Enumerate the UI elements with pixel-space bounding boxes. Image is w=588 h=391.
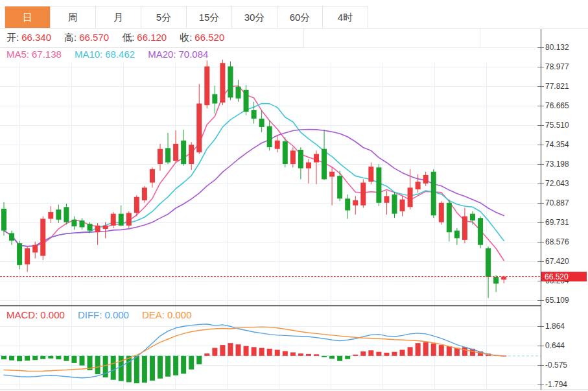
candle-body: [290, 150, 296, 164]
macd-hist-bar: [212, 348, 217, 356]
legend-item-close: 收:66.520: [180, 32, 227, 44]
tab-5min[interactable]: 5分: [141, 6, 187, 28]
ma20-line: [4, 130, 504, 246]
ohlc-row-border-2: [480, 28, 480, 47]
macd-hist-bar: [314, 354, 319, 355]
candle-body: [252, 110, 257, 119]
macd-hist-bar: [158, 356, 163, 379]
macd-hist-bar: [368, 350, 373, 356]
axis-label-macd: 1.864: [545, 322, 565, 331]
candle-body: [439, 203, 444, 222]
candle-body: [204, 66, 209, 105]
candle-body: [126, 213, 132, 225]
legend-value-ma20: 70.084: [179, 49, 209, 60]
tab-4hour[interactable]: 4时: [323, 6, 368, 28]
candle-body: [196, 104, 202, 152]
macd-hist-bar: [119, 356, 124, 381]
ohlc-legend: 开:66.340高:66.570低:66.120收:66.520: [6, 32, 237, 44]
tab-month[interactable]: 月: [96, 6, 141, 28]
macd-hist-bar: [204, 353, 209, 356]
legend-item-high: 高:66.570: [64, 32, 112, 44]
tab-15min[interactable]: 15分: [187, 6, 232, 28]
candle-body: [119, 214, 124, 226]
axis-label-main: 80.132: [545, 43, 569, 52]
macd-hist-bar: [189, 356, 194, 370]
axis-label-main: 70.887: [545, 198, 569, 207]
macd-hist-bar: [80, 356, 85, 366]
candle-body: [416, 182, 421, 189]
macd-hist-bar: [337, 356, 342, 361]
candle-body: [95, 226, 100, 232]
macd-hist-bar: [48, 356, 53, 359]
candle-body: [392, 195, 397, 214]
axis-label-main: 75.510: [545, 121, 569, 130]
axis-label-main: 67.420: [545, 257, 569, 266]
macd-hist-bar: [228, 343, 233, 356]
candle-body: [454, 231, 460, 239]
candle-body: [353, 200, 358, 206]
candle-body: [142, 187, 147, 200]
macd-hist-bar: [220, 345, 225, 356]
macd-hist-bar: [259, 348, 265, 356]
macd-hist-bar: [408, 347, 413, 356]
candle-body: [486, 248, 491, 277]
macd-hist-bar: [9, 356, 14, 361]
macd-hist-bar: [353, 355, 358, 356]
macd-hist-bar: [1, 356, 6, 359]
candle-body: [447, 203, 452, 232]
candle-body: [423, 175, 429, 184]
macd-hist-bar: [17, 356, 22, 361]
ma-legend: MA5:67.138MA10:68.462MA20:70.084: [6, 49, 221, 60]
candle-body: [360, 183, 366, 206]
candle-body: [173, 144, 178, 161]
macd-hist-bar: [181, 356, 186, 374]
candle-body: [259, 119, 265, 127]
candle-body: [1, 209, 6, 231]
legend-value-low: 66.120: [137, 32, 167, 43]
candle-body: [345, 198, 350, 210]
kline-app: 80.13278.97777.82176.66575.51074.35473.1…: [0, 0, 588, 391]
candle-body: [111, 214, 116, 226]
candle-body: [88, 224, 93, 230]
macd-hist-bar: [244, 346, 249, 356]
legend-item-ma5: MA5:67.138: [6, 49, 64, 60]
legend-value-macd: 0.000: [40, 309, 65, 320]
legend-item-low: 低:66.120: [122, 32, 169, 44]
legend-value-diff: 0.000: [104, 309, 129, 320]
candle-body: [228, 66, 233, 97]
candle-body: [165, 148, 171, 162]
legend-label-ma20: MA20:: [148, 49, 176, 60]
macd-hist-bar: [275, 350, 280, 355]
candle-body: [478, 218, 483, 245]
macd-hist-bar: [462, 347, 467, 356]
macd-hist-bar: [134, 356, 139, 383]
candle-body: [283, 141, 288, 164]
tab-day[interactable]: 日: [5, 6, 51, 28]
macd-hist-bar: [454, 348, 460, 356]
macd-hist-bar: [236, 344, 241, 356]
macd-hist-bar: [345, 356, 350, 359]
candle-body: [298, 150, 303, 169]
candle-body: [275, 141, 280, 149]
candle-body: [501, 277, 506, 280]
tab-60min[interactable]: 60分: [277, 6, 323, 28]
candle-body: [220, 63, 225, 102]
legend-value-ma10: 68.462: [105, 49, 135, 60]
tab-week[interactable]: 周: [51, 6, 96, 28]
axis-label-main: 68.576: [545, 237, 569, 246]
macd-hist-bar: [25, 356, 30, 361]
macd-hist-bar: [283, 351, 288, 355]
legend-value-close: 66.520: [194, 32, 224, 43]
axis-label-macd: -1.794: [545, 380, 567, 389]
axis-label-macd: 0.644: [545, 341, 565, 350]
legend-label-high: 高:: [64, 32, 76, 43]
macd-hist-bar: [298, 353, 303, 356]
tab-30min[interactable]: 30分: [232, 6, 277, 28]
candle-body: [40, 219, 45, 255]
candle-body: [314, 154, 319, 162]
timeframe-tabs: 日周月5分15分30分60分4时: [5, 6, 368, 28]
macd-hist-bar: [111, 356, 116, 380]
candle-body: [400, 200, 405, 211]
macd-hist-bar: [64, 356, 69, 361]
macd-hist-bar: [376, 352, 381, 356]
